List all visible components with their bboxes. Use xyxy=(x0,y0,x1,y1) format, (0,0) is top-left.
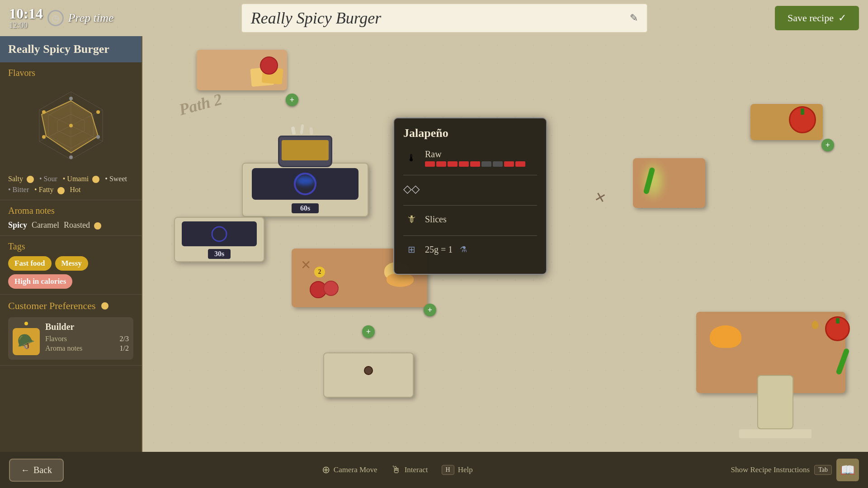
customer-preferences-section: Customer Preferences Builder Flavors 2/3… xyxy=(0,295,142,366)
svg-point-13 xyxy=(96,135,100,139)
customer-info: Builder Flavors 2/3 Aroma notes 1/2 xyxy=(45,322,129,354)
divider-3 xyxy=(403,235,537,236)
customer-stat-aroma-value: 1/2 xyxy=(120,344,129,352)
heat-seg-1 xyxy=(425,161,435,167)
weight-icon: ⊞ xyxy=(403,241,420,258)
customer-stat-aroma: Aroma notes 1/2 xyxy=(45,344,129,352)
ingredient-board-2[interactable]: + xyxy=(750,104,832,149)
flavor-bitter: • Bitter xyxy=(8,186,29,194)
customer-stat-flavors-value: 2/3 xyxy=(120,335,129,343)
aroma-row: Spicy Caramel Roasted xyxy=(8,221,133,230)
customer-stat-flavors-label: Flavors xyxy=(45,335,67,343)
camera-move-hint: ⊕ Camera Move xyxy=(322,464,377,476)
tags-row-2: High in calories xyxy=(8,274,133,289)
svg-point-14 xyxy=(69,155,73,159)
edit-icon[interactable]: ✎ xyxy=(630,12,638,24)
top-bar: 10:14 12:00 ◷ Prep time Really Spicy Bur… xyxy=(0,0,868,36)
tab-key: Tab xyxy=(814,465,832,475)
heat-seg-5 xyxy=(470,161,480,167)
svg-point-11 xyxy=(69,97,73,100)
svg-point-10 xyxy=(69,124,73,127)
customer-stat-flavors: Flavors 2/3 xyxy=(45,335,129,343)
add-ingredient-btn-4[interactable]: + xyxy=(362,325,375,338)
flavors-section: Flavors xyxy=(0,62,142,200)
heat-seg-6 xyxy=(481,161,491,167)
svg-point-12 xyxy=(96,110,100,114)
jalapeno-state-row: 🌡 Raw xyxy=(403,146,537,169)
camera-move-label: Camera Move xyxy=(334,465,377,474)
flavor-radar-chart xyxy=(12,83,130,173)
flavor-hot: Hot xyxy=(70,186,81,194)
recipe-name-bar: Really Spicy Burger ✎ xyxy=(241,3,648,33)
divider-2 xyxy=(403,205,537,206)
flavor-sweet: • Sweet xyxy=(105,175,127,183)
heat-seg-7 xyxy=(493,161,503,167)
heat-seg-4 xyxy=(459,161,469,167)
flavor-salty: Salty xyxy=(8,175,34,183)
tag-messy[interactable]: Messy xyxy=(55,256,88,271)
svg-point-15 xyxy=(42,135,46,139)
jalapeno-popup: Jalapeño 🌡 Raw ◇◇ 🗡 Slices ⊞ xyxy=(393,117,547,275)
interact-hint: 🖱 Interact xyxy=(391,464,428,476)
sidebar-title: Really Spicy Burger xyxy=(0,36,142,62)
bottom-controls: ⊕ Camera Move 🖱 Interact H Help xyxy=(322,464,473,476)
save-recipe-button[interactable]: Save recipe ✓ xyxy=(775,6,859,30)
flavors-title: Flavors xyxy=(8,68,133,78)
aroma-section: Aroma notes Spicy Caramel Roasted xyxy=(0,200,142,236)
jalapeno-weight-row: ⊞ 25g = 1 ⚗ xyxy=(403,239,537,260)
right-assembly[interactable] xyxy=(696,312,854,411)
bottom-station[interactable]: + xyxy=(323,316,414,398)
add-ingredient-btn-1[interactable]: + xyxy=(286,94,298,106)
timer-section: 10:14 12:00 ◷ Prep time xyxy=(9,6,114,30)
mouse-icon: 🖱 xyxy=(391,464,401,476)
aroma-spicy: Spicy xyxy=(8,221,27,230)
ingredient-board-1[interactable]: + xyxy=(197,50,296,104)
bottom-bar: ← Back ⊕ Camera Move 🖱 Interact H Help S… xyxy=(0,452,868,488)
jalapeno-state-label: Raw xyxy=(425,149,525,160)
flavor-sour: • Sour xyxy=(39,175,57,183)
customer-card: Builder Flavors 2/3 Aroma notes 1/2 xyxy=(8,317,133,360)
cooking-station-2[interactable]: 30s xyxy=(174,190,264,262)
shape-icon: ◇◇ xyxy=(403,181,420,197)
customer-prefs-label: Customer Preferences xyxy=(8,300,96,312)
add-ingredient-btn-3[interactable]: + xyxy=(424,304,436,316)
slice-icon: 🗡 xyxy=(403,211,420,227)
save-recipe-label: Save recipe xyxy=(788,12,834,24)
jalapeno-title: Jalapeño xyxy=(403,127,537,140)
weight-unit-icon: ⚗ xyxy=(460,244,467,254)
jalapeno-weight-label: 25g = 1 xyxy=(425,244,453,255)
tag-high-calories[interactable]: High in calories xyxy=(8,274,72,289)
aroma-roasted: Roasted xyxy=(64,221,101,230)
clock-icon: ◷ xyxy=(47,10,64,26)
customer-prefs-title: Customer Preferences xyxy=(8,300,133,312)
scissors-icon: ✕ xyxy=(593,188,608,206)
show-recipe-section[interactable]: Show Recipe Instructions Tab 📖 xyxy=(731,459,859,481)
customer-icon xyxy=(101,302,108,310)
add-ingredient-btn-2[interactable]: + xyxy=(821,139,834,151)
jalapeno-station[interactable] xyxy=(633,158,714,217)
heat-seg-2 xyxy=(436,161,446,167)
customer-stat-aroma-label: Aroma notes xyxy=(45,344,82,352)
save-check-icon: ✓ xyxy=(838,12,846,24)
svg-point-16 xyxy=(42,110,46,114)
customer-avatar xyxy=(13,328,40,355)
aroma-title: Aroma notes xyxy=(8,206,133,216)
recipe-book-icon: 📖 xyxy=(836,459,859,481)
help-hint: H Help xyxy=(442,465,473,475)
sidebar: Really Spicy Burger Flavors xyxy=(0,36,142,452)
interact-label: Interact xyxy=(405,465,428,474)
recipe-name-text: Really Spicy Burger xyxy=(251,9,382,28)
tags-row: Fast food Messy xyxy=(8,256,133,271)
prep-time-label: Prep time xyxy=(68,11,114,25)
heat-seg-9 xyxy=(515,161,525,167)
back-arrow-icon: ← xyxy=(21,465,30,475)
station-timer-2: 30s xyxy=(208,249,231,259)
camera-icon: ⊕ xyxy=(322,464,330,476)
tag-fast-food[interactable]: Fast food xyxy=(8,256,52,271)
heat-bar xyxy=(425,161,525,167)
thermometer-icon: 🌡 xyxy=(403,150,420,166)
heat-seg-3 xyxy=(448,161,458,167)
back-button[interactable]: ← Back xyxy=(9,459,64,482)
jalapeno-slices-row: 🗡 Slices xyxy=(403,208,537,230)
heat-seg-8 xyxy=(504,161,514,167)
